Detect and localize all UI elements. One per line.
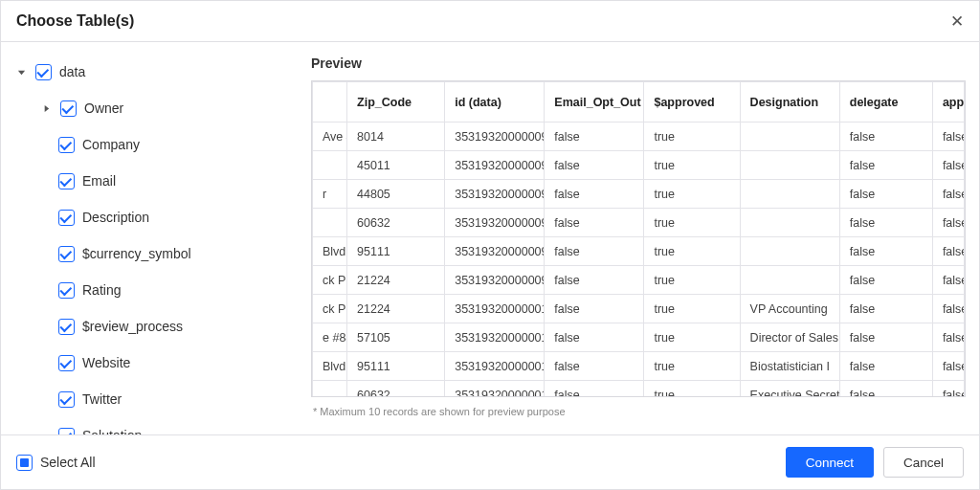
col-email-opt[interactable]: Email_Opt_Out: [545, 82, 644, 122]
table-cell: true: [644, 122, 740, 151]
table-cell: true: [644, 180, 740, 209]
choose-tables-dialog: Choose Table(s) ✕ data: [0, 0, 980, 490]
checkbox-email[interactable]: [58, 173, 75, 189]
col-blank[interactable]: [313, 82, 347, 122]
table-cell: false: [839, 180, 932, 209]
table-cell: 3531932000000960: [445, 122, 545, 151]
tree-node-company[interactable]: Company: [11, 126, 292, 163]
checkbox-owner[interactable]: [60, 100, 77, 117]
table-row[interactable]: Blvd951113531932000000960falsetruefalsef…: [313, 237, 965, 266]
table-cell: r: [313, 180, 347, 209]
table-row[interactable]: e #88571053531932000000170falsetrueDirec…: [313, 323, 965, 352]
tree-node-label: Description: [82, 210, 149, 225]
table-cell: false: [545, 352, 644, 381]
tree-node-email[interactable]: Email: [11, 163, 292, 199]
tree-node-label: data: [59, 64, 85, 79]
tree-node-label: $currency_symbol: [82, 246, 191, 261]
table-cell: 57105: [347, 323, 445, 352]
table-cell: 3531932000000960: [445, 266, 545, 295]
table-cell: false: [839, 381, 932, 398]
table-cell: false: [932, 180, 964, 209]
table-cell: false: [545, 122, 644, 151]
tree-node-data[interactable]: data: [11, 54, 292, 90]
table-row[interactable]: r448053531932000000960falsetruefalsefals…: [313, 180, 965, 209]
checkbox-review-process[interactable]: [58, 319, 75, 335]
table-cell: Blvd: [313, 237, 347, 266]
table-row[interactable]: 606323531932000000960falsetruefalsefalse: [313, 209, 965, 237]
col-approved2[interactable]: approved: [932, 82, 964, 122]
table-row[interactable]: Blvd951113531932000000170falsetrueBiosta…: [313, 352, 965, 381]
table-cell: false: [932, 122, 964, 151]
checkbox-website[interactable]: [58, 355, 75, 371]
tree-node-owner[interactable]: Owner: [11, 90, 292, 126]
table-cell: [740, 209, 839, 237]
dialog-title: Choose Table(s): [16, 12, 134, 30]
table-cell: false: [545, 237, 644, 266]
table-cell: 3531932000000170: [445, 295, 545, 323]
table-cell: e #88: [313, 323, 347, 352]
tree-node-review-process[interactable]: $review_process: [11, 308, 292, 345]
tree-node-currency-symbol[interactable]: $currency_symbol: [11, 235, 292, 272]
tree-node-website[interactable]: Website: [11, 345, 292, 381]
checkbox-twitter[interactable]: [58, 391, 75, 408]
table-cell: 3531932000000170: [445, 323, 545, 352]
table-cell: [740, 180, 839, 209]
table-cell: Ave #: [313, 122, 347, 151]
tree-node-label: Owner: [84, 100, 123, 116]
dialog-footer: Select All Connect Cancel: [1, 435, 979, 489]
table-row[interactable]: 450113531932000000960falsetruefalsefalse: [313, 151, 965, 180]
tree-node-rating[interactable]: Rating: [11, 272, 292, 308]
checkbox-rating[interactable]: [58, 282, 75, 299]
table-cell: false: [545, 323, 644, 352]
table-cell: false: [932, 237, 964, 266]
table-cell: [740, 237, 839, 266]
preview-table: Zip_Code id (data) Email_Opt_Out $approv…: [312, 81, 965, 397]
table-cell: false: [545, 266, 644, 295]
table-cell: false: [839, 323, 932, 352]
select-all-checkbox[interactable]: [16, 455, 33, 471]
checkbox-data[interactable]: [35, 64, 52, 80]
tree-pane[interactable]: data Owner: [1, 42, 298, 434]
table-cell: false: [545, 209, 644, 237]
checkbox-description[interactable]: [58, 210, 75, 226]
dialog-body: data Owner: [1, 41, 979, 435]
table-cell: false: [932, 295, 964, 323]
table-row[interactable]: ck Pl212243531932000000170falsetrueVP Ac…: [313, 295, 965, 323]
table-row[interactable]: 606323531932000000170falsetrueExecutive …: [313, 381, 965, 398]
tree-node-salutation[interactable]: Salutation: [11, 417, 292, 434]
table-cell: [313, 151, 347, 180]
table-cell: false: [545, 151, 644, 180]
caret-down-icon[interactable]: [14, 68, 28, 77]
table-cell: 95111: [347, 352, 445, 381]
close-icon[interactable]: ✕: [950, 13, 964, 30]
table-cell: true: [644, 151, 740, 180]
table-cell: Biostatistician I: [740, 352, 839, 381]
table-cell: 45011: [347, 151, 445, 180]
table-cell: 8014: [347, 122, 445, 151]
caret-right-icon[interactable]: [39, 104, 53, 113]
col-id[interactable]: id (data): [445, 82, 545, 122]
tree-node-twitter[interactable]: Twitter: [11, 381, 292, 417]
col-designation[interactable]: Designation: [740, 82, 839, 122]
connect-button[interactable]: Connect: [786, 447, 874, 478]
select-all-control[interactable]: Select All: [16, 455, 96, 471]
col-delegate[interactable]: delegate: [839, 82, 932, 122]
col-zip-code[interactable]: Zip_Code: [347, 82, 445, 122]
table-cell: true: [644, 209, 740, 237]
preview-title: Preview: [311, 56, 966, 71]
col-approved[interactable]: $approved: [644, 82, 740, 122]
cancel-button[interactable]: Cancel: [883, 447, 964, 478]
checkbox-currency-symbol[interactable]: [58, 246, 75, 262]
table-cell: 3531932000000960: [445, 209, 545, 237]
tree-node-description[interactable]: Description: [11, 199, 292, 235]
preview-table-wrap[interactable]: Zip_Code id (data) Email_Opt_Out $approv…: [311, 80, 966, 397]
table-cell: false: [932, 323, 964, 352]
table-cell: 95111: [347, 237, 445, 266]
table-cell: false: [932, 151, 964, 180]
table-cell: false: [545, 381, 644, 398]
checkbox-salutation[interactable]: [58, 428, 75, 435]
checkbox-company[interactable]: [58, 137, 75, 153]
table-row[interactable]: Ave #80143531932000000960falsetruefalsef…: [313, 122, 965, 151]
table-row[interactable]: ck Pl212243531932000000960falsetruefalse…: [313, 266, 965, 295]
table-cell: true: [644, 266, 740, 295]
